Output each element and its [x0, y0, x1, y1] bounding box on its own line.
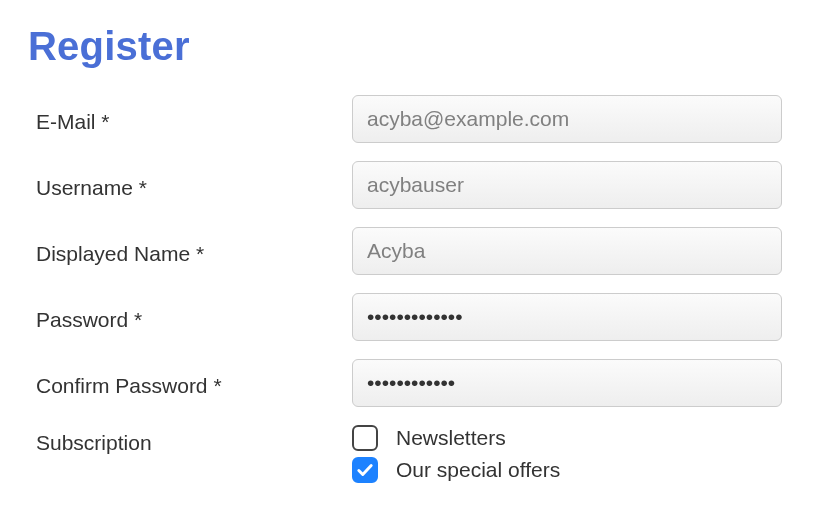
label-password: Password * — [36, 302, 352, 332]
option-label-special-offers: Our special offers — [396, 458, 560, 482]
label-email: E-Mail * — [36, 104, 352, 134]
row-displayed-name: Displayed Name * — [28, 227, 792, 275]
row-username: Username * — [28, 161, 792, 209]
displayed-name-field[interactable] — [352, 227, 782, 275]
row-subscription: Subscription Newsletters Our special off… — [28, 425, 792, 489]
option-newsletters: Newsletters — [352, 425, 792, 451]
confirm-password-field[interactable] — [352, 359, 782, 407]
label-confirm-password: Confirm Password * — [36, 368, 352, 398]
checkbox-newsletters[interactable] — [352, 425, 378, 451]
label-username: Username * — [36, 170, 352, 200]
page-title: Register — [28, 24, 792, 69]
username-field[interactable] — [352, 161, 782, 209]
option-label-newsletters: Newsletters — [396, 426, 506, 450]
email-field[interactable] — [352, 95, 782, 143]
row-confirm-password: Confirm Password * — [28, 359, 792, 407]
password-field[interactable] — [352, 293, 782, 341]
subscription-options: Newsletters Our special offers — [352, 425, 792, 489]
label-subscription: Subscription — [36, 425, 352, 455]
row-password: Password * — [28, 293, 792, 341]
option-special-offers: Our special offers — [352, 457, 792, 483]
check-icon — [356, 461, 374, 479]
label-displayed-name: Displayed Name * — [36, 236, 352, 266]
checkbox-special-offers[interactable] — [352, 457, 378, 483]
row-email: E-Mail * — [28, 95, 792, 143]
